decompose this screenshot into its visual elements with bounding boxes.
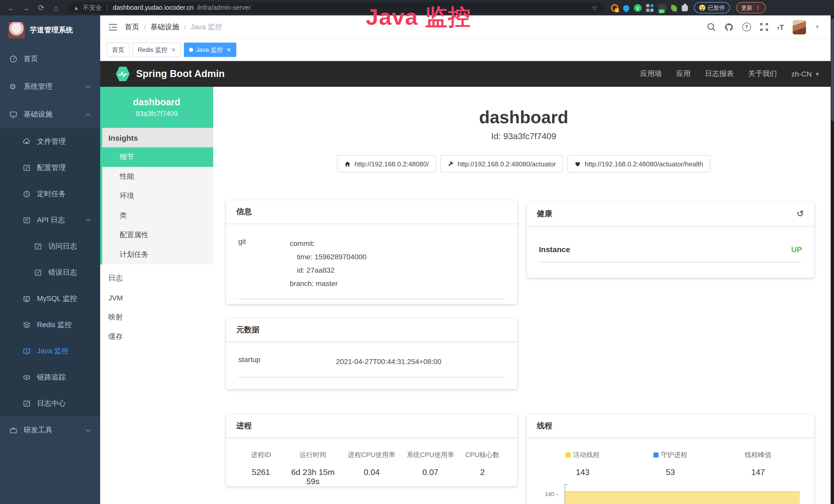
reload-icon[interactable]: ⟳	[37, 3, 45, 12]
sidebar-item-infra[interactable]: 基础设施	[0, 101, 100, 129]
y-tick-140: 140	[540, 491, 558, 497]
browser-scrollbar[interactable]	[831, 16, 834, 504]
sba-menu-metrics[interactable]: 性能	[102, 167, 213, 186]
git-id-line: id: 27aa832	[290, 264, 367, 277]
tag-home[interactable]: 首页	[107, 43, 129, 57]
extensions-puzzle-icon[interactable]	[682, 5, 688, 11]
sba-menu-logs[interactable]: 日志	[100, 269, 213, 288]
wrench-icon	[447, 160, 454, 167]
sba-language-select[interactable]: zh-CN ▼	[791, 70, 820, 78]
sidebar-item-dev-tools[interactable]: 研发工具	[0, 416, 100, 444]
sidebar-item-java-monitor[interactable]: Java 监控	[0, 338, 100, 364]
sba-menu-environment[interactable]: 环境	[102, 186, 213, 206]
sidebar-item-cron[interactable]: 定时任务	[0, 181, 100, 207]
sba-menu-mappings[interactable]: 映射	[100, 307, 213, 327]
scrollbar-thumb[interactable]	[831, 19, 834, 121]
github-icon[interactable]	[724, 22, 733, 31]
system-cpu: 0.07	[401, 468, 460, 477]
tag-label: Java 监控	[196, 45, 223, 54]
history-icon[interactable]: ↺	[797, 208, 804, 219]
pin-extension-icon[interactable]	[622, 4, 631, 13]
url-host: dashboard.yudao.iocoder.cn	[113, 4, 193, 11]
chrome-update-button[interactable]: 更新 ⋮	[736, 2, 766, 13]
search-icon[interactable]	[707, 23, 715, 31]
sba-nav-applications[interactable]: 应用	[676, 69, 691, 78]
sba-menu-jvm[interactable]: JVM	[100, 288, 213, 307]
home-icon[interactable]: ⌂	[52, 3, 60, 12]
legend-label: 守护进程	[661, 450, 687, 460]
process-header: 系统CPU使用率	[401, 450, 460, 460]
sidebar-item-access-log[interactable]: 访问日志	[0, 233, 100, 259]
fullscreen-icon[interactable]	[760, 23, 768, 31]
page-annotation: Java 监控	[366, 2, 471, 32]
app-logo-row[interactable]: 芋道管理系统	[0, 16, 100, 45]
sidebar-item-mysql[interactable]: MySQL 监控	[0, 285, 100, 312]
process-card-title: 进程	[236, 421, 252, 431]
sba-language-value: zh-CN	[791, 70, 812, 78]
extension-icon[interactable]: 1	[611, 4, 618, 12]
log-edit-icon	[34, 268, 42, 276]
health-url-button[interactable]: http://192.168.0.2:48080/actuator/health	[567, 155, 710, 173]
breadcrumb-home[interactable]: 首页	[125, 22, 139, 31]
sidebar-item-redis[interactable]: Redis 监控	[0, 312, 100, 338]
layers-icon	[23, 321, 31, 329]
sidebar-item-home[interactable]: 首页	[0, 45, 100, 73]
status-badge: UP	[791, 245, 802, 254]
gear-icon: ⚙	[9, 83, 18, 91]
close-icon[interactable]: ✕	[226, 46, 231, 53]
help-icon[interactable]: ?	[742, 23, 751, 31]
sba-nav-about[interactable]: 关于我们	[748, 69, 777, 78]
sba-menu-scheduled-tasks[interactable]: 计划任务	[102, 245, 213, 265]
sba-brand-title[interactable]: Spring Boot Admin	[136, 68, 225, 79]
breadcrumb-infra[interactable]: 基础设施	[151, 22, 179, 31]
breadcrumb-current: Java 监控	[191, 22, 222, 31]
sidebar-item-label: Java 监控	[37, 346, 69, 356]
extension-y-icon[interactable]: y	[634, 4, 642, 12]
sidebar-item-config[interactable]: 配置管理	[0, 155, 100, 181]
tag-java-monitor[interactable]: Java 监控 ✕	[184, 43, 236, 57]
sba-nav-journal[interactable]: 日志报表	[705, 69, 734, 78]
user-avatar[interactable]	[793, 20, 806, 34]
sidebar-item-label: 系统管理	[24, 82, 52, 91]
sidebar-item-label: 文件管理	[37, 137, 66, 146]
health-instance-row[interactable]: Instance UP	[539, 240, 802, 262]
sidebar-item-files[interactable]: 文件管理	[0, 129, 100, 155]
sidebar-item-log-center[interactable]: 日志中心	[0, 390, 100, 416]
sba-nav-wallboard[interactable]: 应用墙	[640, 69, 662, 78]
management-url-button[interactable]: http://192.168.0.2:48080/actuator	[440, 155, 563, 173]
threads-area-chart: 140 120 100	[540, 483, 802, 504]
sidebar-item-api-log[interactable]: API 日志	[0, 207, 100, 233]
sba-menu-details[interactable]: 细节	[102, 147, 213, 167]
chevron-up-icon	[85, 113, 91, 116]
leaf-extension-icon[interactable]	[671, 5, 678, 12]
sba-menu-config-props[interactable]: 配置属性	[102, 225, 213, 245]
back-icon[interactable]: ←	[7, 3, 16, 12]
forward-icon[interactable]: →	[22, 3, 30, 12]
address-bar[interactable]: ▲ 不安全 | dashboard.yudao.iocoder.cn/infra…	[67, 2, 603, 13]
sidebar-item-system[interactable]: ⚙ 系统管理	[0, 73, 100, 101]
sba-menu-classes[interactable]: 类	[102, 206, 213, 225]
sidebar-item-error-log[interactable]: 错误日志	[0, 259, 100, 285]
sba-instance-id: 93a3fc7f7409	[100, 110, 213, 118]
git-time-line: time: 1596289704000	[290, 251, 367, 264]
browser-menu-kebab-icon[interactable]: ⋮	[755, 4, 761, 11]
threads-legend: 活动线程 143 守护进程 53 线程峰值 14	[539, 450, 802, 477]
sba-menu-caches[interactable]: 缓存	[100, 327, 213, 347]
screen: ← → ⟳ ⌂ ▲ 不安全 | dashboard.yudao.iocoder.…	[0, 0, 834, 504]
sidebar-fold-icon[interactable]	[108, 23, 118, 31]
url-path: /infra/admin-server	[197, 4, 250, 11]
close-icon[interactable]: ✕	[171, 46, 176, 53]
git-branch-line: branch: master	[290, 277, 367, 290]
tab-manager-extension-icon[interactable]	[646, 4, 654, 12]
spring-boot-admin-logo	[115, 66, 130, 82]
user-menu-caret-icon[interactable]: ▼	[815, 24, 820, 30]
tag-redis-monitor[interactable]: Redis 监控 ✕	[133, 43, 181, 57]
sidebar-item-tracing[interactable]: 链路追踪	[0, 364, 100, 390]
font-size-icon[interactable]: тT	[777, 23, 784, 31]
process-header: 运行时间	[284, 450, 343, 460]
bookmark-star-icon[interactable]: ☆	[592, 4, 597, 12]
service-url-button[interactable]: http://192.168.0.2:48080/	[337, 155, 436, 173]
active-tag-dot	[189, 48, 193, 52]
switch-extension-icon[interactable]: on	[659, 4, 666, 12]
profile-paused-chip[interactable]: 已暂停	[694, 2, 730, 13]
